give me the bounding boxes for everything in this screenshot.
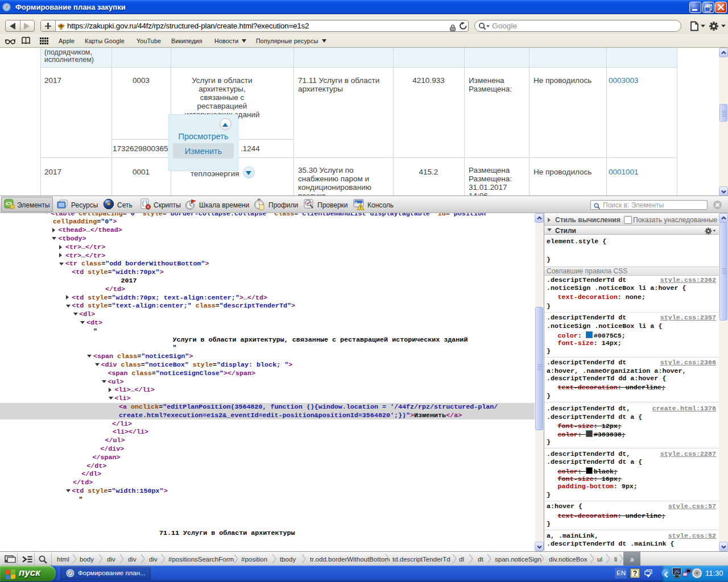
- svg-text:!: !: [360, 205, 362, 210]
- svg-text:?: ?: [633, 569, 637, 577]
